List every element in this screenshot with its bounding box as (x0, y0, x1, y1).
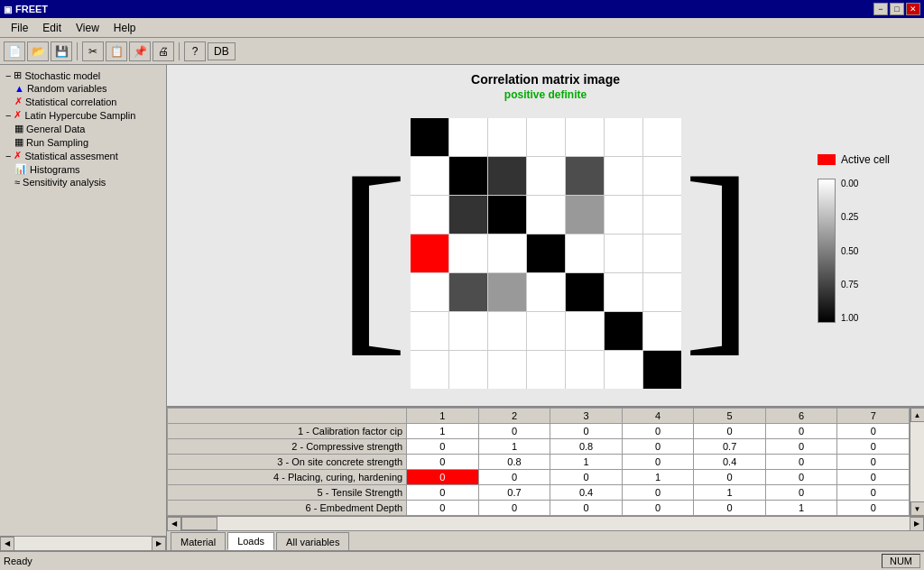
sidebar-item-latin[interactable]: − ✗ Latin Hypercube Samplin (4, 108, 162, 122)
sidebar-item-stochastic[interactable]: − ⊞ Stochastic model (4, 69, 162, 82)
data-cell-5-0[interactable]: 0 (407, 501, 479, 516)
correlation-matrix[interactable] (411, 118, 681, 389)
data-cell-1-3[interactable]: 0 (622, 439, 694, 455)
matrix-cell-3-0[interactable] (411, 234, 448, 272)
matrix-cell-0-4[interactable] (566, 118, 604, 156)
v-scroll-up[interactable]: ▲ (910, 408, 925, 422)
toolbar-new[interactable]: 📄 (4, 41, 25, 61)
data-cell-1-2[interactable]: 0.8 (550, 439, 623, 455)
matrix-cell-5-2[interactable] (488, 312, 526, 350)
data-cell-0-6[interactable]: 0 (837, 424, 910, 439)
data-cell-3-1[interactable]: 0 (478, 470, 550, 485)
data-cell-1-4[interactable]: 0.7 (694, 439, 766, 455)
matrix-cell-6-6[interactable] (643, 351, 681, 389)
matrix-cell-5-1[interactable] (449, 312, 487, 350)
matrix-cell-1-5[interactable] (605, 157, 642, 195)
data-cell-0-2[interactable]: 0 (550, 424, 623, 439)
data-cell-6-2[interactable]: 0 (550, 516, 623, 517)
data-cell-4-6[interactable]: 0 (837, 485, 910, 501)
sidebar-scroll-right[interactable]: ▶ (152, 537, 166, 551)
data-cell-4-1[interactable]: 0.7 (478, 485, 550, 501)
data-cell-6-5[interactable]: 0 (765, 516, 837, 517)
data-cell-3-4[interactable]: 0 (694, 470, 766, 485)
sidebar-scroll-left[interactable]: ◀ (0, 537, 14, 551)
data-cell-4-0[interactable]: 0 (407, 485, 479, 501)
close-button[interactable]: ✕ (906, 3, 920, 15)
data-cell-3-5[interactable]: 0 (765, 470, 837, 485)
matrix-cell-6-3[interactable] (527, 351, 565, 389)
matrix-cell-6-5[interactable] (605, 351, 642, 389)
data-cell-6-3[interactable]: 0 (622, 516, 694, 517)
matrix-cell-6-2[interactable] (488, 351, 526, 389)
data-cell-5-2[interactable]: 0 (550, 501, 623, 516)
data-cell-5-1[interactable]: 0 (478, 501, 550, 516)
matrix-cell-2-3[interactable] (527, 196, 565, 234)
data-cell-4-4[interactable]: 1 (694, 485, 766, 501)
matrix-cell-3-5[interactable] (605, 234, 642, 272)
data-cell-6-4[interactable]: 0 (694, 516, 766, 517)
matrix-cell-1-1[interactable] (449, 157, 487, 195)
data-cell-6-6[interactable]: 1 (837, 516, 910, 517)
toolbar-print[interactable]: 🖨 (152, 41, 174, 61)
sidebar-item-sensitivity[interactable]: ≈ Sensitivity analysis (4, 176, 162, 188)
data-cell-5-3[interactable]: 0 (622, 501, 694, 516)
menu-help[interactable]: Help (106, 20, 143, 36)
matrix-cell-4-3[interactable] (527, 273, 565, 311)
data-cell-4-3[interactable]: 0 (622, 485, 694, 501)
menu-edit[interactable]: Edit (35, 20, 69, 36)
matrix-cell-5-0[interactable] (411, 312, 448, 350)
matrix-cell-1-2[interactable] (488, 157, 526, 195)
data-cell-1-0[interactable]: 0 (407, 439, 479, 455)
matrix-cell-2-6[interactable] (643, 196, 681, 234)
toolbar-db[interactable]: DB (208, 42, 236, 60)
matrix-cell-1-0[interactable] (411, 157, 448, 195)
matrix-cell-1-3[interactable] (527, 157, 565, 195)
h-scroll-thumb[interactable] (181, 517, 217, 530)
matrix-cell-3-1[interactable] (449, 234, 487, 272)
table-scroll[interactable]: 12345671 - Calibration factor cip1000000… (167, 408, 910, 516)
toolbar-copy[interactable]: 📋 (106, 41, 127, 61)
sidebar-item-statistical-corr[interactable]: ✗ Statistical correlation (4, 95, 162, 108)
sidebar-item-general-data[interactable]: ▦ General Data (4, 122, 162, 135)
matrix-cell-0-0[interactable] (411, 118, 448, 156)
toolbar-cut[interactable]: ✂ (82, 41, 104, 61)
toolbar-help[interactable]: ? (184, 41, 206, 61)
matrix-cell-6-4[interactable] (566, 351, 604, 389)
matrix-cell-4-0[interactable] (411, 273, 448, 311)
sidebar-item-run-sampling[interactable]: ▦ Run Sampling (4, 135, 162, 149)
matrix-cell-4-6[interactable] (643, 273, 681, 311)
matrix-cell-6-1[interactable] (449, 351, 487, 389)
matrix-cell-3-6[interactable] (643, 234, 681, 272)
data-cell-0-5[interactable]: 0 (765, 424, 837, 439)
matrix-cell-4-1[interactable] (449, 273, 487, 311)
matrix-cell-0-1[interactable] (449, 118, 487, 156)
matrix-cell-1-6[interactable] (643, 157, 681, 195)
data-cell-3-0[interactable]: 0 (407, 470, 479, 485)
matrix-cell-0-5[interactable] (605, 118, 642, 156)
matrix-cell-3-4[interactable] (566, 234, 604, 272)
matrix-cell-2-1[interactable] (449, 196, 487, 234)
toolbar-paste[interactable]: 📌 (129, 41, 151, 61)
h-scroll-left[interactable]: ◀ (167, 517, 181, 531)
menu-view[interactable]: View (69, 20, 106, 36)
data-cell-6-0[interactable]: 0 (407, 516, 479, 517)
data-cell-3-6[interactable]: 0 (837, 470, 910, 485)
data-cell-3-3[interactable]: 1 (622, 470, 694, 485)
matrix-cell-3-3[interactable] (527, 234, 565, 272)
matrix-cell-2-4[interactable] (566, 196, 604, 234)
data-cell-5-6[interactable]: 0 (837, 501, 910, 516)
data-cell-3-2[interactable]: 0 (550, 470, 623, 485)
matrix-cell-2-0[interactable] (411, 196, 448, 234)
data-cell-2-0[interactable]: 0 (407, 455, 479, 470)
sidebar-item-histograms[interactable]: 📊 Histograms (4, 162, 162, 176)
tab-all-variables[interactable]: All variables (276, 532, 349, 550)
matrix-cell-1-4[interactable] (566, 157, 604, 195)
data-cell-4-5[interactable]: 0 (765, 485, 837, 501)
matrix-cell-5-6[interactable] (643, 312, 681, 350)
data-cell-2-6[interactable]: 0 (837, 455, 910, 470)
data-cell-5-5[interactable]: 1 (765, 501, 837, 516)
data-cell-0-3[interactable]: 0 (622, 424, 694, 439)
data-cell-1-5[interactable]: 0 (765, 439, 837, 455)
matrix-cell-4-4[interactable] (566, 273, 604, 311)
v-scroll-down[interactable]: ▼ (910, 501, 925, 516)
